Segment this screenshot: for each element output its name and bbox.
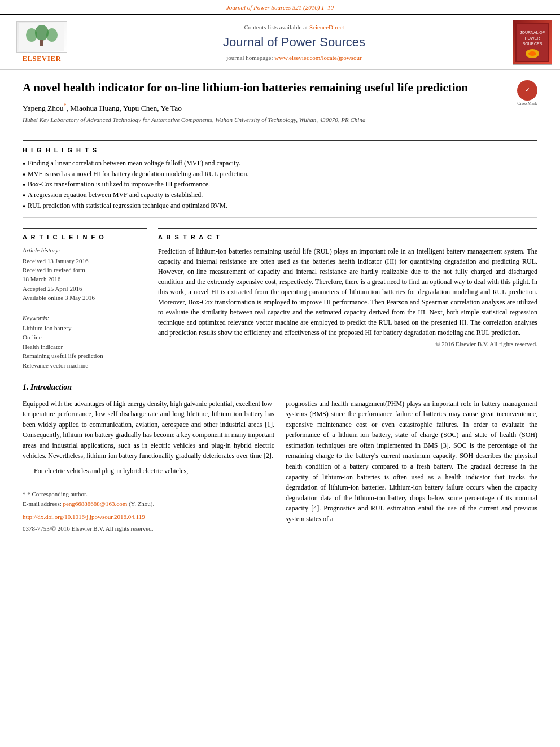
highlight-item: ♦ A regression equation between MVF and … xyxy=(23,190,537,200)
highlight-item: ♦ Finding a linear correlation between m… xyxy=(23,159,537,168)
intro-heading: 1. Introduction xyxy=(23,382,537,393)
info-abstract-section: A R T I C L E I N F O Article history: R… xyxy=(23,228,537,370)
introduction-section: 1. Introduction Equipped with the advant… xyxy=(23,382,537,534)
abstract-text: Prediction of lithium-ion batteries rema… xyxy=(158,246,537,338)
abstract-label: A B S T R A C T xyxy=(158,233,537,242)
contents-available-line: Contents lists available at ScienceDirec… xyxy=(76,23,513,32)
intro-para-2: For electric vehicles and plug-in hybrid… xyxy=(23,466,274,477)
footnote-corresponding: * * Corresponding author. xyxy=(23,490,274,499)
svg-point-11 xyxy=(528,51,536,56)
intro-right-para-1: prognostics and health management(PHM) p… xyxy=(286,399,537,525)
history-item: Received in revised form xyxy=(23,266,147,274)
elsevier-brand-text: ELSEVIER xyxy=(23,54,62,64)
svg-point-3 xyxy=(46,28,58,42)
intro-right-col: prognostics and health management(PHM) p… xyxy=(286,399,537,534)
history-item: Available online 3 May 2016 xyxy=(23,294,147,302)
history-item: Received 13 January 2016 xyxy=(23,257,147,265)
homepage-line: journal homepage: www.elsevier.com/locat… xyxy=(76,54,513,62)
affiliation-line: Hubei Key Laboratory of Advanced Technol… xyxy=(23,116,510,124)
journal-thumbnail: JOURNAL OF POWER SOURCES xyxy=(513,20,552,65)
highlights-label: H I G H L I G H T S xyxy=(23,146,537,155)
homepage-link[interactable]: www.elsevier.com/locate/jpowsour xyxy=(274,54,361,61)
sciencedirect-link[interactable]: ScienceDirect xyxy=(309,24,344,30)
article-title: A novel health indicator for on-line lit… xyxy=(23,80,510,95)
bullet-icon: ♦ xyxy=(23,160,25,168)
history-title: Article history: xyxy=(23,246,147,255)
authors-line: Yapeng Zhou*, Miaohua Huang, Yupu Chen, … xyxy=(23,102,510,113)
journal-name-header: Journal of Power Sources xyxy=(76,34,513,51)
elsevier-logo-image xyxy=(16,21,67,53)
keyword-item: On-line xyxy=(23,333,147,342)
svg-text:POWER: POWER xyxy=(525,36,540,40)
elsevier-logo-block: ELSEVIER xyxy=(8,21,76,64)
history-item: Accepted 25 April 2016 xyxy=(23,285,147,293)
crossmark-icon: ✓ xyxy=(517,80,537,101)
svg-rect-4 xyxy=(40,40,43,46)
keyword-item: Relevance vector machine xyxy=(23,361,147,370)
intro-para-1: Equipped with the advantages of high ene… xyxy=(23,399,274,462)
article-info-label: A R T I C L E I N F O xyxy=(23,233,147,242)
bullet-icon: ♦ xyxy=(23,191,25,199)
bullet-icon: ♦ xyxy=(23,181,25,189)
keywords-block: Keywords: Lithium-ion battery On-line He… xyxy=(23,314,147,370)
intro-left-col: Equipped with the advantages of high ene… xyxy=(23,399,274,534)
svg-point-2 xyxy=(26,28,37,42)
svg-text:SOURCES: SOURCES xyxy=(523,42,542,46)
svg-point-1 xyxy=(35,25,49,41)
main-content: A novel health indicator for on-line lit… xyxy=(0,70,560,543)
doi-link[interactable]: http://dx.doi.org/10.1016/j.jpowsour.201… xyxy=(23,513,145,520)
copyright-line: © 2016 Elsevier B.V. All rights reserved… xyxy=(158,340,537,348)
svg-text:JOURNAL OF: JOURNAL OF xyxy=(520,30,545,34)
email-link[interactable]: peng66888688@163.com xyxy=(63,500,127,507)
crossmark-label: CrossMark xyxy=(517,101,537,107)
keyword-item: Health indicator xyxy=(23,343,147,351)
history-item: 18 March 2016 xyxy=(23,275,147,283)
article-info-col: A R T I C L E I N F O Article history: R… xyxy=(23,228,147,370)
footnote-email: E-mail address: peng66888688@163.com (Y.… xyxy=(23,499,274,509)
abstract-col: A B S T R A C T Prediction of lithium-io… xyxy=(158,228,537,370)
highlight-item: ♦ RUL prediction with statistical regres… xyxy=(23,201,537,211)
intro-body-cols: Equipped with the advantages of high ene… xyxy=(23,399,537,534)
journal-header: ELSEVIER Contents lists available at Sci… xyxy=(0,14,560,70)
highlight-item: ♦ Box-Cox transformation is utilized to … xyxy=(23,180,537,189)
bullet-icon: ♦ xyxy=(23,171,25,178)
keyword-item: Remaining useful life prediction xyxy=(23,352,147,360)
bullet-icon: ♦ xyxy=(23,202,25,210)
footnote-area: * * Corresponding author. E-mail address… xyxy=(23,486,274,534)
highlights-list: ♦ Finding a linear correlation between m… xyxy=(23,159,537,211)
highlights-section: H I G H L I G H T S ♦ Finding a linear c… xyxy=(23,140,537,217)
keywords-title: Keywords: xyxy=(23,314,147,322)
header-center: Contents lists available at ScienceDirec… xyxy=(76,23,513,63)
highlight-item: ♦ MVF is used as a novel HI for battery … xyxy=(23,169,537,179)
footer-issn-line: 0378-7753/© 2016 Elsevier B.V. All right… xyxy=(23,524,274,534)
top-journal-ref: Journal of Power Sources 321 (2016) 1–10 xyxy=(0,0,560,14)
history-block: Article history: Received 13 January 201… xyxy=(23,246,147,308)
keyword-item: Lithium-ion battery xyxy=(23,324,147,333)
